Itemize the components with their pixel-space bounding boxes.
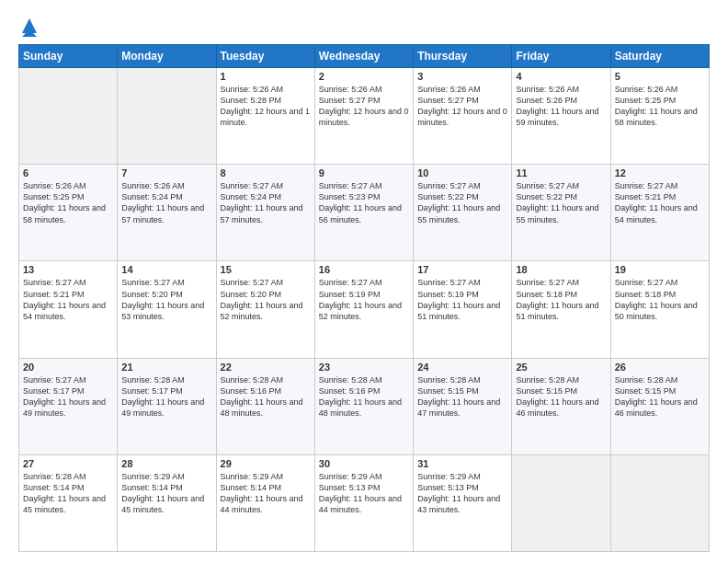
day-number: 22 [221,362,311,373]
day-info: Sunrise: 5:28 AMSunset: 5:14 PMDaylight:… [23,471,113,516]
day-info: Sunrise: 5:27 AMSunset: 5:19 PMDaylight:… [417,277,507,322]
day-info: Sunrise: 5:28 AMSunset: 5:15 PMDaylight:… [417,374,507,419]
day-number: 15 [221,264,311,275]
day-info: Sunrise: 5:29 AMSunset: 5:13 PMDaylight:… [319,471,409,516]
logo-icon [20,15,39,37]
day-number: 21 [121,362,211,373]
calendar-cell: 16Sunrise: 5:27 AMSunset: 5:19 PMDayligh… [314,261,413,358]
calendar-cell: 3Sunrise: 5:26 AMSunset: 5:27 PMDaylight… [414,68,512,165]
day-info: Sunrise: 5:26 AMSunset: 5:27 PMDaylight:… [319,84,409,129]
weekday-saturday: Saturday [610,45,709,68]
day-info: Sunrise: 5:27 AMSunset: 5:22 PMDaylight:… [516,180,606,225]
day-number: 3 [417,71,507,82]
calendar-cell: 31Sunrise: 5:29 AMSunset: 5:13 PMDayligh… [414,454,512,551]
day-info: Sunrise: 5:29 AMSunset: 5:14 PMDaylight:… [221,471,311,516]
calendar-cell: 15Sunrise: 5:27 AMSunset: 5:20 PMDayligh… [216,261,314,358]
weekday-monday: Monday [118,45,216,68]
calendar-cell: 29Sunrise: 5:29 AMSunset: 5:14 PMDayligh… [216,454,314,551]
day-info: Sunrise: 5:27 AMSunset: 5:18 PMDaylight:… [615,277,705,322]
calendar-cell: 6Sunrise: 5:26 AMSunset: 5:25 PMDaylight… [19,165,118,261]
logo [18,15,39,37]
week-row-3: 13Sunrise: 5:27 AMSunset: 5:21 PMDayligh… [19,261,710,358]
day-number: 23 [319,362,409,373]
calendar-cell: 7Sunrise: 5:26 AMSunset: 5:24 PMDaylight… [118,165,216,261]
day-number: 9 [319,167,409,178]
svg-marker-1 [22,33,37,37]
day-info: Sunrise: 5:28 AMSunset: 5:15 PMDaylight:… [615,374,705,419]
week-row-1: 1Sunrise: 5:26 AMSunset: 5:28 PMDaylight… [19,68,710,165]
day-info: Sunrise: 5:27 AMSunset: 5:21 PMDaylight:… [23,277,113,322]
day-number: 26 [615,362,705,373]
calendar-cell: 25Sunrise: 5:28 AMSunset: 5:15 PMDayligh… [512,358,610,454]
day-number: 4 [516,71,606,82]
day-info: Sunrise: 5:28 AMSunset: 5:15 PMDaylight:… [516,374,606,419]
week-row-4: 20Sunrise: 5:27 AMSunset: 5:17 PMDayligh… [19,358,710,454]
day-number: 6 [23,167,113,178]
day-number: 17 [417,264,507,275]
calendar-cell: 9Sunrise: 5:27 AMSunset: 5:23 PMDaylight… [314,165,413,261]
calendar-cell [610,454,709,551]
calendar-cell [118,68,216,165]
day-info: Sunrise: 5:27 AMSunset: 5:17 PMDaylight:… [23,374,113,419]
weekday-thursday: Thursday [414,45,512,68]
day-info: Sunrise: 5:26 AMSunset: 5:26 PMDaylight:… [516,84,606,129]
day-number: 2 [319,71,409,82]
calendar-page: SundayMondayTuesdayWednesdayThursdayFrid… [0,0,728,563]
day-info: Sunrise: 5:27 AMSunset: 5:20 PMDaylight:… [221,277,311,322]
day-number: 16 [319,264,409,275]
weekday-sunday: Sunday [19,45,118,68]
calendar-cell: 27Sunrise: 5:28 AMSunset: 5:14 PMDayligh… [19,454,118,551]
weekday-tuesday: Tuesday [216,45,314,68]
calendar-cell: 10Sunrise: 5:27 AMSunset: 5:22 PMDayligh… [414,165,512,261]
calendar-cell: 13Sunrise: 5:27 AMSunset: 5:21 PMDayligh… [19,261,118,358]
day-number: 25 [516,362,606,373]
day-number: 14 [121,264,211,275]
calendar-cell: 14Sunrise: 5:27 AMSunset: 5:20 PMDayligh… [118,261,216,358]
day-info: Sunrise: 5:27 AMSunset: 5:23 PMDaylight:… [319,180,409,225]
calendar-cell: 11Sunrise: 5:27 AMSunset: 5:22 PMDayligh… [512,165,610,261]
calendar-cell: 22Sunrise: 5:28 AMSunset: 5:16 PMDayligh… [216,358,314,454]
day-number: 27 [23,458,113,469]
calendar-cell: 18Sunrise: 5:27 AMSunset: 5:18 PMDayligh… [512,261,610,358]
calendar-cell: 4Sunrise: 5:26 AMSunset: 5:26 PMDaylight… [512,68,610,165]
day-number: 19 [615,264,705,275]
calendar-cell: 28Sunrise: 5:29 AMSunset: 5:14 PMDayligh… [118,454,216,551]
calendar-cell: 20Sunrise: 5:27 AMSunset: 5:17 PMDayligh… [19,358,118,454]
day-info: Sunrise: 5:27 AMSunset: 5:19 PMDaylight:… [319,277,409,322]
day-number: 28 [121,458,211,469]
calendar-cell: 19Sunrise: 5:27 AMSunset: 5:18 PMDayligh… [610,261,709,358]
day-number: 12 [615,167,705,178]
calendar-cell: 1Sunrise: 5:26 AMSunset: 5:28 PMDaylight… [216,68,314,165]
calendar-cell: 30Sunrise: 5:29 AMSunset: 5:13 PMDayligh… [314,454,413,551]
day-info: Sunrise: 5:26 AMSunset: 5:28 PMDaylight:… [221,84,311,129]
day-number: 8 [221,167,311,178]
calendar-cell: 21Sunrise: 5:28 AMSunset: 5:17 PMDayligh… [118,358,216,454]
week-row-2: 6Sunrise: 5:26 AMSunset: 5:25 PMDaylight… [19,165,710,261]
day-info: Sunrise: 5:28 AMSunset: 5:16 PMDaylight:… [319,374,409,419]
day-info: Sunrise: 5:29 AMSunset: 5:14 PMDaylight:… [121,471,211,516]
day-info: Sunrise: 5:29 AMSunset: 5:13 PMDaylight:… [417,471,507,516]
calendar-cell: 12Sunrise: 5:27 AMSunset: 5:21 PMDayligh… [610,165,709,261]
calendar-cell: 8Sunrise: 5:27 AMSunset: 5:24 PMDaylight… [216,165,314,261]
day-info: Sunrise: 5:28 AMSunset: 5:17 PMDaylight:… [121,374,211,419]
day-info: Sunrise: 5:26 AMSunset: 5:24 PMDaylight:… [121,180,211,225]
day-number: 18 [516,264,606,275]
day-info: Sunrise: 5:27 AMSunset: 5:18 PMDaylight:… [516,277,606,322]
day-info: Sunrise: 5:28 AMSunset: 5:16 PMDaylight:… [221,374,311,419]
weekday-header-row: SundayMondayTuesdayWednesdayThursdayFrid… [19,45,710,68]
week-row-5: 27Sunrise: 5:28 AMSunset: 5:14 PMDayligh… [19,454,710,551]
calendar-cell: 24Sunrise: 5:28 AMSunset: 5:15 PMDayligh… [414,358,512,454]
weekday-wednesday: Wednesday [314,45,413,68]
svg-marker-0 [22,18,37,33]
day-number: 1 [221,71,311,82]
weekday-friday: Friday [512,45,610,68]
calendar-cell: 2Sunrise: 5:26 AMSunset: 5:27 PMDaylight… [314,68,413,165]
calendar-table: SundayMondayTuesdayWednesdayThursdayFrid… [18,44,710,552]
day-number: 29 [221,458,311,469]
day-number: 31 [417,458,507,469]
day-info: Sunrise: 5:27 AMSunset: 5:20 PMDaylight:… [121,277,211,322]
calendar-cell: 17Sunrise: 5:27 AMSunset: 5:19 PMDayligh… [414,261,512,358]
day-number: 5 [615,71,705,82]
calendar-cell: 5Sunrise: 5:26 AMSunset: 5:25 PMDaylight… [610,68,709,165]
day-info: Sunrise: 5:26 AMSunset: 5:27 PMDaylight:… [417,84,507,129]
